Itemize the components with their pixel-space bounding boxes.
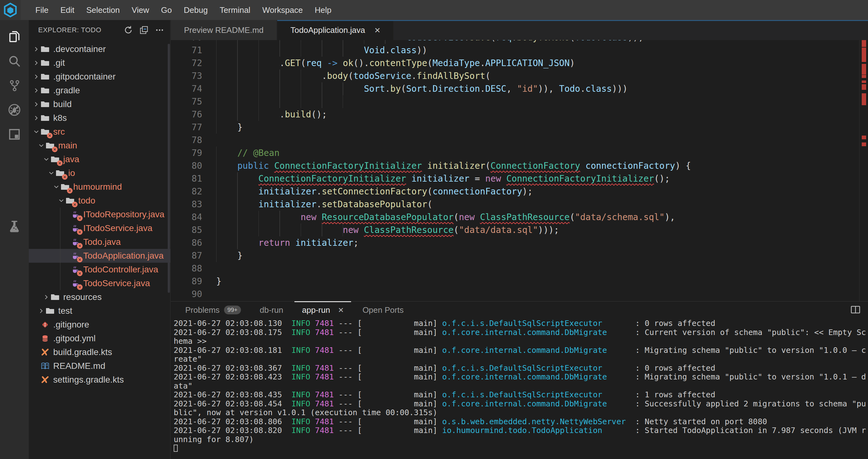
code-token: . <box>411 71 417 81</box>
tree-item-io[interactable]: ✕io <box>29 166 170 180</box>
tree-item-todo[interactable]: ✕todo <box>29 194 170 208</box>
tree-item-itodorepository-java[interactable]: ✕ITodoRepository.java <box>29 208 170 221</box>
refresh-icon[interactable] <box>123 24 134 36</box>
tree-item-todo-java[interactable]: ✕Todo.java <box>29 235 170 249</box>
overview-ruler[interactable] <box>859 40 868 301</box>
panel-tab-problems[interactable]: Problems99+ <box>176 302 250 318</box>
code-line-70[interactable]: 70todoService.save(req.bodyToMono(Todo.c… <box>171 40 868 44</box>
search-icon[interactable] <box>3 49 25 73</box>
code-line-84[interactable]: 84new ResourceDatabasePopulator(new Clas… <box>171 211 868 224</box>
panel-tab-db-run[interactable]: db-run <box>250 302 292 318</box>
tree-item-todoservice-java[interactable]: ✕TodoService.java <box>29 277 170 290</box>
tree-item-k8s[interactable]: k8s <box>29 111 170 125</box>
gitpod-logo-icon[interactable] <box>0 0 21 20</box>
plugins-icon[interactable] <box>3 122 25 146</box>
tree-item-java[interactable]: ✕java <box>29 152 170 166</box>
tree-item-todoapplication-java[interactable]: ✕TodoApplication.java <box>29 249 170 263</box>
code-line-80[interactable]: 80public ConnectionFactoryInitializer in… <box>171 160 868 172</box>
tree-item-build[interactable]: build <box>29 97 170 111</box>
code-token: setDatabasePopulator <box>322 199 427 209</box>
tree-item-devcontainer[interactable]: .devcontainer <box>29 42 170 56</box>
panel-tab-app-run[interactable]: app-run× <box>292 302 353 318</box>
chevron-down-icon[interactable] <box>33 128 40 136</box>
code-line-75[interactable]: 75 <box>171 95 868 108</box>
code-line-78[interactable]: 78 <box>171 134 868 146</box>
chevron-right-icon[interactable] <box>33 87 40 94</box>
chevron-down-icon[interactable] <box>42 155 50 163</box>
code-line-79[interactable]: 79// @Bean <box>171 146 868 160</box>
tab-todoapplication-java[interactable]: TodoApplication.java× <box>277 20 393 40</box>
code-line-content: } <box>216 249 243 262</box>
log-text: --- [ main] <box>334 328 442 337</box>
tree-item-settings-gradle-kts[interactable]: settings.gradle.kts <box>29 373 170 387</box>
menu-terminal[interactable]: Terminal <box>214 5 256 15</box>
files-icon[interactable] <box>3 24 25 49</box>
code-token: )), <box>628 40 644 42</box>
chevron-right-icon[interactable] <box>33 46 40 53</box>
chevron-right-icon[interactable] <box>33 73 40 81</box>
code-line-89[interactable]: 89} <box>171 275 868 288</box>
panel-tab-open-ports[interactable]: Open Ports <box>353 302 413 318</box>
tree-item-gitpod-yml[interactable]: .gitpod.yml <box>29 332 170 345</box>
menu-help[interactable]: Help <box>309 5 337 15</box>
code-editor[interactable]: 70todoService.save(req.bodyToMono(Todo.c… <box>171 40 868 301</box>
tree-item-label: settings.gradle.kts <box>53 375 124 385</box>
debug-icon[interactable] <box>3 98 25 122</box>
tree-item-gradle[interactable]: .gradle <box>29 84 170 97</box>
code-line-88[interactable]: 88 <box>171 262 868 275</box>
menu-selection[interactable]: Selection <box>81 5 126 15</box>
code-line-82[interactable]: 82initializer.setConnectionFactory(conne… <box>171 185 868 198</box>
tree-item-git[interactable]: .git <box>29 56 170 70</box>
chevron-right-icon[interactable] <box>33 59 40 67</box>
code-line-85[interactable]: 85new ClassPathResource("data/data.sql")… <box>171 224 868 236</box>
menu-go[interactable]: Go <box>155 5 178 15</box>
chevron-right-icon[interactable] <box>33 114 40 122</box>
code-line-81[interactable]: 81ConnectionFactoryInitializer initializ… <box>171 172 868 185</box>
collapse-all-icon[interactable] <box>138 24 150 36</box>
tree-item-itodoservice-java[interactable]: ✕ITodoService.java <box>29 221 170 235</box>
tree-item-readme-md[interactable]: README.md <box>29 359 170 373</box>
chevron-down-icon[interactable] <box>58 197 65 204</box>
more-actions-icon[interactable] <box>154 24 165 36</box>
tree-item-humourmind[interactable]: ✕humourmind <box>29 180 170 194</box>
code-line-76[interactable]: 76.build(); <box>171 108 868 121</box>
folder-icon: ✕ <box>40 127 50 137</box>
code-line-73[interactable]: 73.body(todoService.findAllBySort( <box>171 69 868 82</box>
code-line-90[interactable]: 90 <box>171 288 868 300</box>
close-icon[interactable]: × <box>338 305 344 315</box>
test-flask-icon[interactable] <box>3 215 25 239</box>
code-line-87[interactable]: 87} <box>171 249 868 262</box>
tree-item-build-gradle-kts[interactable]: build.gradle.kts <box>29 345 170 359</box>
tree-item-todocontroller-java[interactable]: ✕TodoController.java <box>29 263 170 277</box>
menu-file[interactable]: File <box>29 5 55 15</box>
tree-item-main[interactable]: ✕main <box>29 139 170 152</box>
tree-item-resources[interactable]: resources <box>29 290 170 304</box>
code-line-72[interactable]: 72.GET(req -> ok().contentType(MediaType… <box>171 57 868 69</box>
chevron-right-icon[interactable] <box>42 293 50 301</box>
code-token: Void <box>364 45 385 55</box>
menu-workspace[interactable]: Workspace <box>256 5 309 15</box>
code-line-86[interactable]: 86return initializer; <box>171 236 868 249</box>
split-panel-icon[interactable] <box>850 305 861 315</box>
close-icon[interactable]: × <box>375 25 380 35</box>
tree-item-gitignore[interactable]: .gitignore <box>29 318 170 332</box>
source-control-icon[interactable] <box>3 73 25 98</box>
code-line-71[interactable]: 71Void.class)) <box>171 44 868 57</box>
chevron-down-icon[interactable] <box>37 142 45 149</box>
chevron-right-icon[interactable] <box>33 101 40 108</box>
tree-item-src[interactable]: ✕src <box>29 125 170 139</box>
sidebar-scrollbar[interactable] <box>168 44 170 293</box>
code-line-77[interactable]: 77} <box>171 121 868 134</box>
tree-item-test[interactable]: test <box>29 304 170 318</box>
chevron-right-icon[interactable] <box>37 307 45 315</box>
menu-debug[interactable]: Debug <box>178 5 214 15</box>
tree-item-gitpodcontainer[interactable]: .gitpodcontainer <box>29 70 170 84</box>
menu-edit[interactable]: Edit <box>55 5 81 15</box>
menu-view[interactable]: View <box>126 5 155 15</box>
chevron-down-icon[interactable] <box>48 169 55 177</box>
tab-preview-readme-md[interactable]: Preview README.md <box>171 20 277 40</box>
chevron-down-icon[interactable] <box>53 183 60 191</box>
code-line-74[interactable]: 74Sort.by(Sort.Direction.DESC, "id")), T… <box>171 82 868 95</box>
terminal-output[interactable]: 2021-06-27 02:03:08.130 INFO 7481 --- [ … <box>174 319 868 459</box>
code-line-83[interactable]: 83initializer.setDatabasePopulator( <box>171 198 868 211</box>
